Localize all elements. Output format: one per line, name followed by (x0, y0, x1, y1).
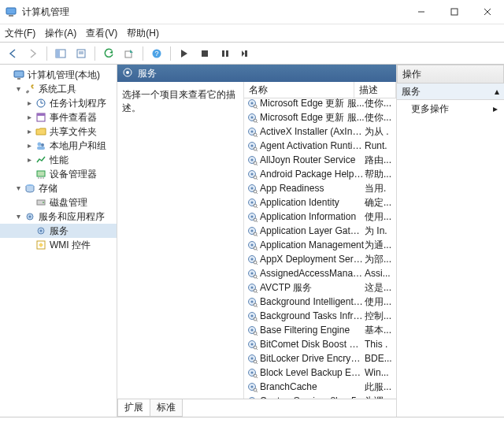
service-name: Application Management (260, 239, 365, 250)
back-button[interactable] (3, 44, 22, 63)
service-row[interactable]: Agent Activation Runtime...Runt. (244, 139, 396, 153)
close-button[interactable] (471, 0, 504, 24)
service-name: Microsoft Edge 更新 服... (260, 111, 365, 124)
svg-line-70 (256, 192, 258, 194)
tree-disk[interactable]: 磁盘管理 (0, 195, 117, 210)
tree-perf[interactable]: ▸性能 (0, 153, 117, 167)
service-row[interactable]: AllJoyn Router Service路由... (244, 153, 396, 167)
tree-event[interactable]: ▸事件查看器 (0, 110, 117, 124)
tab-1[interactable]: 标准 (150, 399, 183, 417)
service-row[interactable]: ActiveX Installer (AxInstSV)为从 . (244, 124, 396, 139)
tree-storage[interactable]: ▾存储 (0, 181, 117, 195)
service-desc: 基本... (365, 324, 396, 337)
menu-3[interactable]: 帮助(H) (127, 27, 159, 40)
service-row[interactable]: BitLocker Drive Encryptio...BDE... (244, 351, 396, 365)
stop-button[interactable] (195, 44, 214, 63)
tree-label: 性能 (50, 153, 69, 167)
service-row[interactable]: Application Information使用... (244, 210, 396, 224)
tree-folder-share[interactable]: ▸共享文件夹 (0, 124, 117, 139)
service-name: Base Filtering Engine (260, 325, 365, 336)
disk-icon (35, 196, 47, 209)
actions-header: 操作 (397, 65, 504, 83)
help-button[interactable]: ? (147, 44, 166, 63)
service-row[interactable]: AppX Deployment Servic...为部... (244, 252, 396, 266)
service-row[interactable]: AVCTP 服务这是... (244, 280, 396, 295)
service-desc: 为通... (365, 239, 396, 252)
tree-twisty[interactable]: ▸ (24, 96, 35, 110)
nav-tree[interactable]: 计算机管理(本地)▾系统工具▸任务计划程序▸事件查看器▸共享文件夹▸本地用户和组… (0, 65, 117, 417)
toolbar-separator (143, 46, 143, 61)
tree-twisty[interactable]: ▸ (24, 110, 35, 124)
actions-section[interactable]: 服务 ▴ (397, 83, 504, 100)
svg-rect-7 (56, 50, 60, 58)
refresh-button[interactable] (99, 44, 118, 63)
tree-twisty[interactable]: ▸ (24, 124, 35, 139)
more-actions[interactable]: 更多操作 ▸ (397, 100, 504, 117)
menu-1[interactable]: 操作(A) (45, 27, 76, 40)
tree-wrench[interactable]: ▾系统工具 (0, 82, 117, 96)
service-gear-icon (246, 295, 258, 308)
svg-point-112 (251, 343, 254, 346)
service-row[interactable]: Block Level Backup Engi...Win... (244, 365, 396, 380)
export-button[interactable] (120, 44, 139, 63)
service-row[interactable]: BitComet Disk Boost Ser...This . (244, 337, 396, 351)
svg-line-126 (256, 391, 258, 392)
restart-button[interactable] (236, 44, 255, 63)
minimize-button[interactable] (405, 0, 438, 24)
col-name[interactable]: 名称 (244, 82, 354, 98)
service-row[interactable]: AssignedAccessManager...Assi... (244, 266, 396, 280)
tree-twisty[interactable]: ▸ (24, 153, 35, 167)
service-row[interactable]: BranchCache此服... (244, 380, 396, 394)
service-row[interactable]: Microsoft Edge 更新 服...使你... (244, 110, 396, 124)
event-icon (35, 111, 47, 124)
pause-button[interactable] (216, 44, 235, 63)
service-name: AVCTP 服务 (260, 281, 365, 295)
maximize-button[interactable] (438, 0, 471, 24)
svg-line-94 (256, 277, 258, 279)
service-row[interactable]: Microsoft Edge 更新 服...使你... (244, 98, 396, 110)
service-gear-icon (246, 324, 258, 336)
tree-clock[interactable]: ▸任务计划程序 (0, 96, 117, 110)
users-icon (35, 139, 47, 152)
tree-twisty[interactable]: ▾ (13, 82, 24, 96)
tree-device[interactable]: 设备管理器 (0, 167, 117, 181)
start-button[interactable] (175, 44, 194, 63)
service-gear-icon (246, 253, 258, 265)
svg-point-80 (251, 230, 254, 232)
service-list[interactable]: Microsoft Edge 更新 服...使你...Microsoft Edg… (244, 98, 396, 399)
collapse-icon[interactable]: ▴ (495, 83, 499, 99)
properties-button[interactable] (72, 44, 91, 63)
tree-wmi[interactable]: WMI 控件 (0, 238, 117, 252)
tree-gear[interactable]: 服务 (0, 224, 117, 238)
service-row[interactable]: App Readiness当用. (244, 181, 396, 195)
tree-gear[interactable]: ▾服务和应用程序 (0, 210, 117, 224)
service-gear-icon (246, 239, 258, 251)
menu-2[interactable]: 查看(V) (86, 27, 117, 40)
service-desc: This . (365, 339, 396, 350)
service-gear-icon (246, 224, 258, 237)
service-row[interactable]: Application Identity确定... (244, 195, 396, 210)
tree-computer[interactable]: 计算机管理(本地) (0, 68, 117, 82)
service-desc: Assi... (365, 268, 396, 279)
service-row[interactable]: Background Intelligent T...使用... (244, 295, 396, 309)
forward-button[interactable] (24, 44, 43, 63)
list-header[interactable]: 名称 描述 (244, 82, 396, 98)
show-hide-button[interactable] (51, 44, 70, 63)
svg-rect-0 (6, 8, 16, 14)
menu-0[interactable]: 文件(F) (5, 27, 35, 40)
service-row[interactable]: Application Layer Gatew...为 In. (244, 224, 396, 238)
tree-twisty[interactable]: ▾ (13, 210, 24, 224)
service-row[interactable]: Android Package Helper ...帮助... (244, 167, 396, 181)
tree-twisty[interactable]: ▾ (13, 181, 24, 195)
tree-twisty[interactable]: ▸ (24, 139, 35, 153)
service-row[interactable]: Base Filtering Engine基本... (244, 323, 396, 337)
service-row[interactable]: Background Tasks Infras...控制... (244, 309, 396, 323)
svg-rect-15 (222, 50, 224, 57)
service-gear-icon (246, 196, 258, 209)
center-header: 服务 (117, 65, 396, 82)
tab-0[interactable]: 扩展 (117, 399, 150, 417)
svg-rect-20 (26, 90, 30, 94)
col-desc[interactable]: 描述 (354, 82, 396, 98)
tree-users[interactable]: ▸本地用户和组 (0, 139, 117, 153)
service-row[interactable]: Application Management为通... (244, 238, 396, 252)
